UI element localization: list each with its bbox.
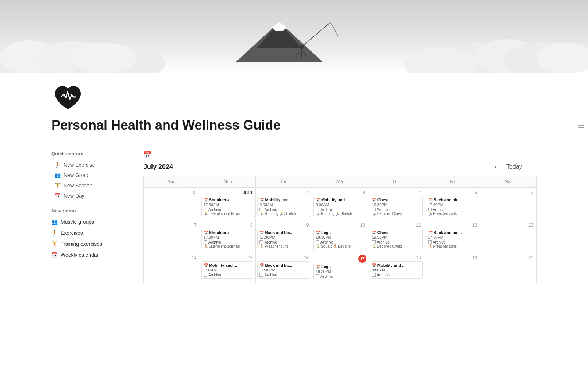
archivo-checkbox[interactable] (428, 208, 432, 211)
event-card[interactable]: 📅 Mobility and ... 9:00AM Archivo (201, 261, 254, 279)
calendar-day-0-6[interactable]: 6 (480, 188, 537, 220)
nav-weekly-calendar[interactable]: 📅 Weekly calendar (51, 250, 132, 260)
event-time: 17:30PM (204, 235, 252, 240)
exercise-run-icon: 🏃 (279, 212, 284, 216)
archivo-checkbox[interactable] (259, 240, 263, 244)
event-time: 18:30PM (316, 269, 364, 274)
event-calendar-icon: 📅 (316, 265, 320, 269)
exercise-run-icon: 🏃 (204, 212, 208, 216)
event-card[interactable]: 📅 Back and bic... 17:30PM Archivo (257, 261, 310, 279)
scrollbar[interactable] (578, 125, 584, 128)
calendar-day-2-6[interactable]: 20 (480, 253, 537, 283)
calendar-week-2: 1415 📅 Mobility and ... 9:00AM Archivo 1… (144, 253, 537, 283)
day-header-sat: Sat (480, 176, 537, 188)
calendar-day-1-5[interactable]: 12 📅 Back and bic... 17:30PM Archivo 🏃Pr… (424, 220, 480, 253)
scroll-line-1 (578, 125, 584, 126)
group-icon: 👥 (54, 172, 61, 178)
sidebar-item-new-section[interactable]: 🏋️ New Section (51, 181, 132, 190)
today-button[interactable]: Today (503, 162, 525, 172)
archivo-checkbox[interactable] (259, 208, 263, 211)
nav-muscle-groups[interactable]: 👥 Muscle groups (51, 217, 132, 227)
event-archivo: Archivo (372, 240, 420, 244)
event-card[interactable]: 📅 Shoulders 17:30PM Archivo 🏃Lateral sho… (201, 229, 254, 250)
day-header-fri: Fri (424, 176, 480, 188)
day-header-wed: Wed (312, 176, 368, 188)
archivo-checkbox[interactable] (428, 240, 432, 244)
archivo-checkbox[interactable] (372, 240, 376, 244)
archivo-checkbox[interactable] (372, 208, 376, 211)
event-archivo: Archivo (204, 273, 252, 277)
nav-exercises[interactable]: 🏃 Exercises (51, 228, 132, 238)
new-section-label: New Section (64, 183, 93, 188)
event-calendar-icon: 📅 (316, 198, 320, 202)
calendar-day-1-2[interactable]: 9 📅 Back and bic... 17:30PM Archivo 🏃Pre… (256, 220, 312, 253)
calendar-day-0-3[interactable]: 3 📅 Mobility and ... 9:00AM Archivo 🏃Run… (312, 188, 368, 220)
event-title: 📅 Back and bic... (259, 230, 308, 235)
calendar-day-0-1[interactable]: Jul 1 📅 Shoulders 17:30PM Archivo 🏃Later… (200, 188, 256, 220)
calendar-day-2-3[interactable]: 17 📅 Legs 18:30PM Archivo (312, 253, 368, 283)
archivo-checkbox[interactable] (204, 273, 207, 277)
hero-banner (0, 0, 588, 73)
event-title: 📅 Back and bic... (259, 263, 308, 267)
sidebar-item-new-group[interactable]: 👥 New Group (51, 170, 132, 180)
sidebar-item-new-day[interactable]: 📅 New Day (51, 191, 132, 201)
event-card[interactable]: 📅 Shoulders 17:30PM Archivo 🏃Lateral sho… (201, 196, 254, 217)
calendar-day-0-5[interactable]: 5 📅 Back and bic... 17:30PM Archivo 🏃Pre… (424, 188, 480, 220)
calendar-day-1-3[interactable]: 10 📅 Legs 18:30PM Archivo 🏃Squats 🏃Leg p… (312, 220, 368, 253)
event-card[interactable]: 📅 Mobility and ... 9:00AM Archivo 🏃Runni… (313, 196, 366, 217)
calendar-day-0-2[interactable]: 2 📅 Mobility and ... 9:00AM Archivo 🏃Run… (256, 188, 312, 220)
nav-training-exercises[interactable]: 🏋️ Training exercises (51, 239, 132, 249)
calendar-navigation: ‹ Today › (492, 162, 537, 172)
event-card[interactable]: 📅 Mobility and ... 9:00AM Archivo (370, 261, 423, 279)
calendar-day-1-4[interactable]: 11 📅 Chest 19:30PM Archivo 🏃Declined Che… (368, 220, 424, 253)
archivo-checkbox[interactable] (204, 240, 207, 244)
calendar-header-row: Sun Mon Tue Wed Thu Fri Sat (144, 176, 537, 188)
calendar-day-1-0[interactable]: 7 (144, 220, 200, 253)
event-archivo: Archivo (204, 240, 252, 244)
calendar-day-2-5[interactable]: 19 (424, 253, 480, 283)
event-time: 19:30PM (372, 202, 420, 207)
archivo-checkbox[interactable] (316, 208, 319, 211)
event-archivo: Archivo (372, 273, 420, 277)
event-card[interactable]: 📅 Mobility and ... 9:00AM Archivo 🏃Runni… (257, 196, 310, 217)
event-calendar-icon: 📅 (428, 198, 433, 202)
calendar-day-2-1[interactable]: 15 📅 Mobility and ... 9:00AM Archivo (200, 253, 256, 283)
event-card[interactable]: 📅 Back and bic... 17:30PM Archivo 🏃Preac… (426, 229, 479, 250)
calendar-day-2-0[interactable]: 14 (144, 253, 200, 283)
calendar-day-0-0[interactable]: 30 (144, 188, 200, 220)
archivo-checkbox[interactable] (316, 274, 319, 278)
event-card[interactable]: 📅 Chest 19:30PM Archivo 🏃Declined Chest (370, 196, 423, 217)
sidebar: Quick capture 🏃 New Exercise 👥 New Group… (51, 151, 132, 283)
sidebar-item-new-exercise[interactable]: 🏃 New Exercise (51, 160, 132, 170)
event-archivo: Archivo (204, 207, 252, 212)
archivo-checkbox[interactable] (259, 273, 263, 277)
event-exercises: 🏃Declined Chest (372, 244, 420, 248)
exercise-run-icon: 🏃 (259, 212, 264, 216)
next-month-button[interactable]: › (529, 162, 537, 172)
event-exercises: 🏃Squats 🏃Leg pre (316, 244, 364, 248)
event-card[interactable]: 📅 Legs 18:30PM Archivo (313, 263, 366, 280)
calendar-day-1-1[interactable]: 8 📅 Shoulders 17:30PM Archivo 🏃Lateral s… (200, 220, 256, 253)
calendar-day-2-2[interactable]: 16 📅 Back and bic... 17:30PM Archivo (256, 253, 312, 283)
event-title: 📅 Back and bic... (428, 198, 477, 202)
exercise-run-icon: 🏃 (428, 212, 433, 216)
event-calendar-icon: 📅 (372, 198, 376, 202)
archivo-checkbox[interactable] (372, 273, 376, 277)
day-header-tue: Tue (256, 176, 312, 188)
event-archivo: Archivo (316, 207, 364, 212)
event-card[interactable]: 📅 Chest 19:30PM Archivo 🏃Declined Chest (370, 229, 423, 250)
event-calendar-icon: 📅 (372, 231, 376, 235)
event-card[interactable]: 📅 Back and bic... 17:30PM Archivo 🏃Preac… (257, 229, 310, 250)
prev-month-button[interactable]: ‹ (492, 162, 500, 172)
calendar-bar-icon: 📅 (143, 151, 151, 159)
event-card[interactable]: 📅 Back and bic... 17:30PM Archivo 🏃Preac… (426, 196, 479, 217)
calendar-day-2-4[interactable]: 18 📅 Mobility and ... 9:00AM Archivo (368, 253, 424, 283)
archivo-checkbox[interactable] (204, 208, 207, 211)
calendar-day-1-6[interactable]: 13 (480, 220, 537, 253)
archivo-checkbox[interactable] (316, 240, 319, 244)
event-title: 📅 Mobility and ... (372, 263, 420, 267)
new-day-label: New Day (64, 193, 85, 199)
exercise-run-icon: 🏃 (372, 212, 376, 216)
event-card[interactable]: 📅 Legs 18:30PM Archivo 🏃Squats 🏃Leg pre (313, 229, 366, 250)
calendar-day-0-4[interactable]: 4 📅 Chest 19:30PM Archivo 🏃Declined Ches… (368, 188, 424, 220)
